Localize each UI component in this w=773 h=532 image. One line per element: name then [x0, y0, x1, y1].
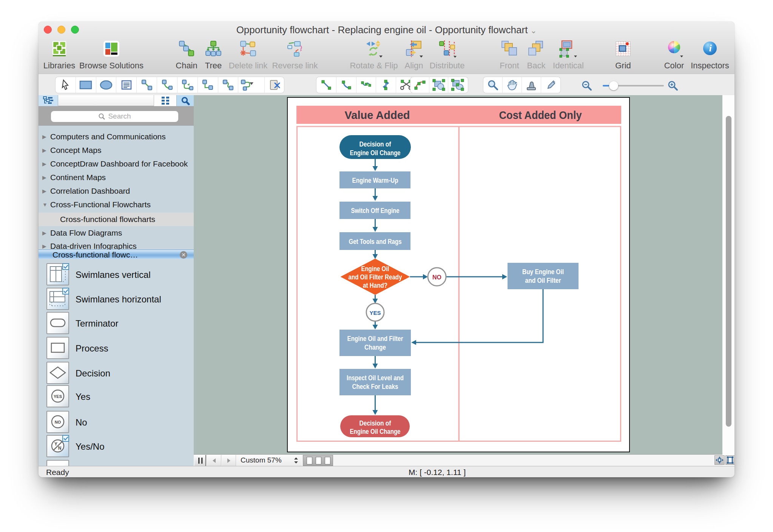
svg-text:Decision of: Decision of: [359, 140, 392, 148]
svg-text:YES: YES: [369, 310, 381, 316]
svg-text:NO: NO: [432, 274, 441, 281]
svg-text:NO: NO: [55, 420, 61, 424]
svg-text:and Oil Filter Ready: and Oil Filter Ready: [349, 273, 402, 281]
svg-text:Get Tools and Rags: Get Tools and Rags: [349, 237, 402, 245]
svg-text:Check For Leaks: Check For Leaks: [352, 382, 398, 390]
svg-text:Switch Off Engine: Switch Off Engine: [351, 207, 400, 214]
svg-text:Engine Oil Change: Engine Oil Change: [350, 427, 401, 435]
svg-text:Engine Oil: Engine Oil: [361, 265, 389, 273]
svg-text:Decision of: Decision of: [359, 419, 392, 427]
svg-text:Engine Oil and Filter: Engine Oil and Filter: [347, 335, 403, 342]
svg-text:Inspect Oil Level and: Inspect Oil Level and: [347, 374, 404, 382]
svg-text:i: i: [709, 43, 712, 54]
svg-text:Engine Warm-Up: Engine Warm-Up: [352, 176, 398, 184]
svg-text:Change: Change: [364, 343, 386, 351]
svg-text:Y: Y: [54, 441, 57, 447]
svg-text:Cost Added Only: Cost Added Only: [499, 109, 582, 121]
svg-text:YES: YES: [54, 394, 62, 399]
svg-text:at Hand?: at Hand?: [363, 281, 387, 289]
svg-text:and Oil Filter: and Oil Filter: [525, 276, 561, 284]
svg-text:Value Added: Value Added: [345, 109, 410, 121]
svg-text:N: N: [58, 446, 62, 451]
svg-text:Buy Engine Oil: Buy Engine Oil: [522, 268, 564, 276]
svg-text:Engine Oil Change: Engine Oil Change: [350, 149, 401, 157]
